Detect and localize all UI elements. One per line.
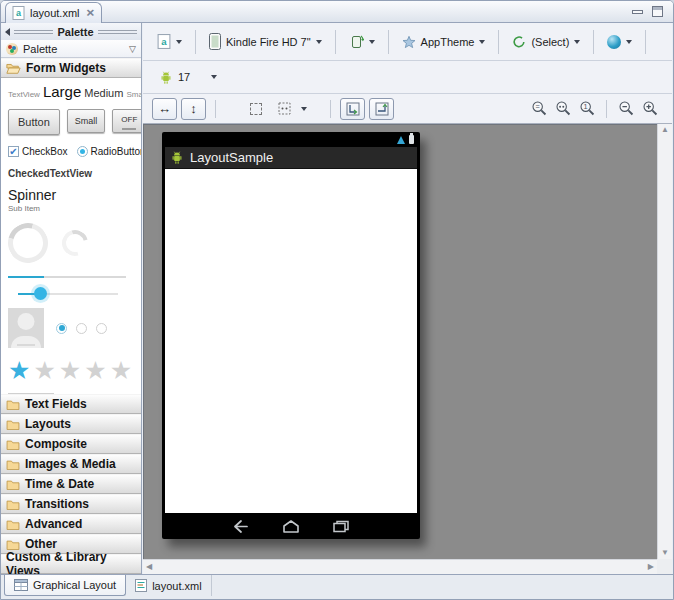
widget-progressbar-large[interactable] <box>1 216 55 271</box>
wrap-content-height-button[interactable] <box>369 98 394 120</box>
activity-selector[interactable]: (Select) <box>507 31 585 53</box>
folder-icon <box>6 479 20 490</box>
zoom-out-button[interactable] <box>616 98 636 120</box>
widget-checkedtextview[interactable]: CheckedTextView <box>8 168 134 179</box>
widget-radiogroup[interactable] <box>56 323 107 334</box>
star-empty-icon: ★ <box>33 358 55 382</box>
tab-layout-xml[interactable]: a layout.xml ❌︎ <box>5 2 102 23</box>
category-layouts[interactable]: Layouts <box>1 414 141 434</box>
palette-header-title: Palette <box>57 26 93 38</box>
widget-checkbox[interactable]: ✔ CheckBox <box>8 146 68 157</box>
zoom-in-button[interactable] <box>640 98 660 120</box>
category-label: Time & Date <box>25 477 94 491</box>
widget-progressbar-normal[interactable] <box>57 225 93 261</box>
collapse-left-icon[interactable] <box>5 28 10 36</box>
orientation-selector[interactable] <box>344 30 380 54</box>
api-level-selector[interactable]: 17 <box>154 66 195 89</box>
tab-close-icon[interactable]: ❌︎ <box>87 7 95 19</box>
device-content-area[interactable] <box>165 169 417 513</box>
category-label: Other <box>25 537 57 551</box>
radio-unselected-icon[interactable] <box>96 323 107 334</box>
category-transitions[interactable]: Transitions <box>1 494 141 514</box>
widget-seekbar[interactable] <box>8 286 126 302</box>
folder-icon <box>6 539 20 550</box>
widget-togglebutton[interactable]: OFF <box>112 109 141 133</box>
zoom-100-button[interactable]: 1 <box>577 98 597 120</box>
widget-textview[interactable]: TextView <box>8 90 40 99</box>
widget-button[interactable]: Button <box>8 109 60 135</box>
category-custom-library-views[interactable]: Custom & Library Views <box>1 554 141 574</box>
device-preview[interactable]: LayoutSample <box>162 132 420 539</box>
widget-textview-small[interactable]: Small <box>126 90 141 99</box>
widget-textview-large[interactable]: Large <box>43 83 81 100</box>
category-advanced[interactable]: Advanced <box>1 514 141 534</box>
configuration-selector[interactable]: a <box>152 30 187 53</box>
category-label: Images & Media <box>25 457 116 471</box>
canvas-toolbar: ↔ ↕ <box>143 94 672 124</box>
api-level-label: 17 <box>178 71 190 83</box>
scroll-down-icon[interactable]: ▼ <box>661 549 669 557</box>
category-text-fields[interactable]: Text Fields <box>1 394 141 414</box>
margins-button[interactable] <box>243 98 268 120</box>
wifi-icon <box>397 136 405 144</box>
category-images-media[interactable]: Images & Media <box>1 454 141 474</box>
tab-label: layout.xml <box>30 7 80 19</box>
toolbar-separator <box>498 30 499 54</box>
dropdown-caret-icon[interactable] <box>211 75 217 79</box>
zoom-fit-button[interactable]: = <box>529 98 549 120</box>
scroll-up-icon[interactable]: ▲ <box>661 126 669 134</box>
category-label: Advanced <box>25 517 82 531</box>
widget-small-button[interactable]: Small <box>67 109 106 133</box>
button-previews: Button Small OFF <box>8 109 134 135</box>
radio-selected-icon[interactable] <box>56 323 67 334</box>
palette-collapse-header[interactable]: Palette <box>1 23 141 40</box>
decorative-lines <box>14 29 53 35</box>
widget-textview-medium[interactable]: Medium <box>84 87 123 99</box>
minimize-view-icon[interactable] <box>632 10 643 14</box>
locale-selector[interactable] <box>602 31 637 53</box>
wrap-content-width-button[interactable] <box>340 98 365 120</box>
gravity-icon <box>278 102 291 115</box>
category-composite[interactable]: Composite <box>1 434 141 454</box>
seekbar-thumb[interactable] <box>34 287 47 300</box>
scroll-left-icon[interactable]: ◀ <box>146 563 152 571</box>
graphical-layout-icon <box>14 579 28 591</box>
wrap-width-icon <box>346 102 360 116</box>
horizontal-scrollbar[interactable]: ◀ ▶ <box>143 559 657 574</box>
device-selector[interactable]: Kindle Fire HD 7" <box>204 29 327 54</box>
widget-radiobutton[interactable]: RadioButton <box>77 146 141 157</box>
xml-source-icon <box>135 579 147 592</box>
fill-height-button[interactable]: ↕ <box>181 98 206 120</box>
widget-ratingbar[interactable]: ★ ★ ★ ★ ★ <box>8 358 134 382</box>
category-form-widgets[interactable]: Form Widgets <box>1 58 141 78</box>
toolbar-separator <box>330 100 331 118</box>
folder-icon <box>6 399 20 410</box>
folder-icon <box>6 439 20 450</box>
radio-unselected-icon[interactable] <box>76 323 87 334</box>
toolbar-separator <box>388 30 389 54</box>
tab-graphical-layout[interactable]: Graphical Layout <box>4 575 126 596</box>
zoom-real-size-button[interactable] <box>553 98 573 120</box>
svg-text:=: = <box>535 102 539 111</box>
dropdown-caret-icon[interactable] <box>301 107 307 111</box>
widget-spinner[interactable]: Spinner Sub Item <box>8 187 134 213</box>
chevron-down-icon[interactable]: ▽ <box>129 44 136 54</box>
theme-selector[interactable]: AppTheme <box>397 31 491 53</box>
open-folder-icon <box>6 62 21 74</box>
widget-progressbar-horizontal[interactable] <box>8 276 126 278</box>
gravity-button[interactable] <box>272 98 297 120</box>
eclipse-layout-editor-window: a layout.xml ❌︎ Palette Palette ▽ <box>0 0 674 600</box>
layout-canvas[interactable]: LayoutSample <box>143 124 657 559</box>
wrap-height-icon <box>375 102 389 116</box>
palette-dropdown-row[interactable]: Palette ▽ <box>1 40 141 58</box>
fill-width-button[interactable]: ↔ <box>152 98 177 120</box>
widget-quickcontactbadge[interactable] <box>8 308 44 348</box>
scroll-right-icon[interactable]: ▶ <box>648 563 654 571</box>
maximize-view-icon[interactable] <box>652 6 663 17</box>
tab-layout-xml-source[interactable]: layout.xml <box>126 575 212 596</box>
device-nav-bar <box>165 513 417 539</box>
vertical-scrollbar[interactable]: ▲ ▼ <box>657 124 672 559</box>
dropdown-caret-icon <box>369 40 375 44</box>
category-time-date[interactable]: Time & Date <box>1 474 141 494</box>
category-label: Text Fields <box>25 397 87 411</box>
